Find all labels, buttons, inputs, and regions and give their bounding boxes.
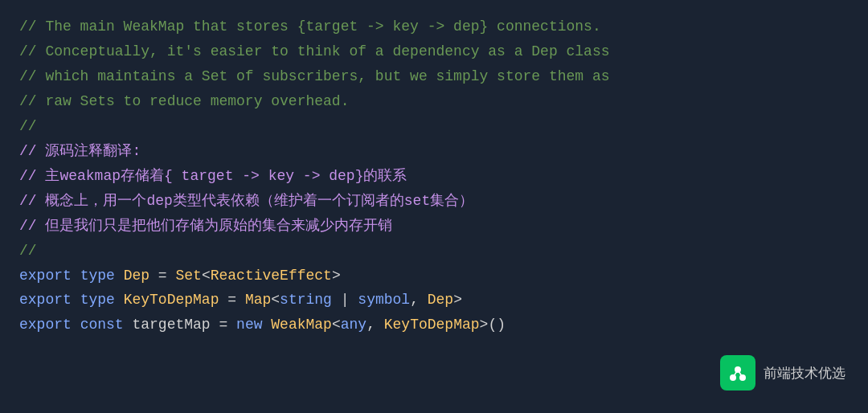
code-token: any bbox=[341, 313, 366, 337]
code-token: Set bbox=[175, 264, 201, 288]
code-line: // bbox=[19, 114, 849, 139]
comment-text: // Conceptually, it's easier to think of… bbox=[19, 39, 610, 64]
code-line: // Conceptually, it's easier to think of… bbox=[19, 39, 849, 64]
code-token: < bbox=[202, 264, 211, 288]
code-token: type bbox=[80, 288, 115, 313]
code-token: >() bbox=[480, 313, 506, 337]
code-line: export type Dep = Set<ReactiveEffect> bbox=[19, 264, 849, 288]
comment-chinese-text: // 概念上，用一个dep类型代表依赖（维护着一个订阅者的set集合） bbox=[19, 189, 473, 214]
comment-chinese-text: // 主weakmap存储着{ target -> key -> dep}的联系 bbox=[19, 164, 407, 189]
watermark-text: 前端技术优选 bbox=[764, 364, 845, 382]
code-line: // 源码注释翻译: bbox=[19, 139, 849, 164]
comment-chinese-text: // 但是我们只是把他们存储为原始的集合来减少内存开销 bbox=[19, 214, 392, 239]
code-token: = bbox=[219, 288, 244, 313]
comment-text: // raw Sets to reduce memory overhead. bbox=[19, 89, 349, 114]
code-line: // bbox=[19, 239, 849, 264]
code-token: WeakMap bbox=[271, 313, 332, 337]
code-token: string bbox=[280, 288, 332, 313]
code-container: // The main WeakMap that stores {target … bbox=[0, 0, 868, 413]
code-line: // raw Sets to reduce memory overhead. bbox=[19, 89, 849, 114]
code-token: export bbox=[19, 288, 72, 313]
code-line: // 主weakmap存储着{ target -> key -> dep}的联系 bbox=[19, 164, 849, 189]
code-token: export bbox=[19, 264, 72, 288]
comment-text: // The main WeakMap that stores {target … bbox=[19, 14, 601, 39]
code-token: Dep bbox=[124, 264, 149, 288]
code-token bbox=[115, 264, 124, 288]
code-token bbox=[72, 264, 80, 288]
code-token: symbol bbox=[358, 288, 410, 313]
code-lines: // The main WeakMap that stores {target … bbox=[19, 14, 849, 337]
code-token bbox=[72, 313, 80, 337]
code-token: > bbox=[332, 264, 341, 288]
code-token: Map bbox=[245, 288, 271, 313]
comment-text: // bbox=[19, 114, 37, 139]
code-token: KeyToDepMap bbox=[384, 313, 480, 337]
comment-text: // which maintains a Set of subscribers,… bbox=[19, 64, 610, 89]
comment-chinese-text: // 源码注释翻译: bbox=[19, 139, 141, 164]
code-token bbox=[262, 313, 271, 337]
code-token: new bbox=[236, 313, 262, 337]
code-token: Dep bbox=[428, 288, 453, 313]
watermark: 前端技术优选 bbox=[720, 355, 845, 391]
code-line: export type KeyToDepMap = Map<string | s… bbox=[19, 288, 849, 313]
code-token: KeyToDepMap bbox=[124, 288, 219, 313]
code-token: < bbox=[271, 288, 280, 313]
code-token: const bbox=[80, 313, 124, 337]
code-token: targetMap = bbox=[124, 313, 236, 337]
code-line: // 但是我们只是把他们存储为原始的集合来减少内存开销 bbox=[19, 214, 849, 239]
code-token: > bbox=[453, 288, 462, 313]
code-line: // which maintains a Set of subscribers,… bbox=[19, 64, 849, 89]
code-line: // 概念上，用一个dep类型代表依赖（维护着一个订阅者的set集合） bbox=[19, 189, 849, 214]
code-token bbox=[115, 288, 124, 313]
code-token: , bbox=[366, 313, 384, 337]
comment-text: // bbox=[19, 239, 37, 264]
code-token: = bbox=[149, 264, 175, 288]
code-token bbox=[72, 288, 80, 313]
code-token: < bbox=[332, 313, 341, 337]
code-line: export const targetMap = new WeakMap<any… bbox=[19, 313, 849, 337]
code-token: export bbox=[19, 313, 72, 337]
code-token: | bbox=[332, 288, 358, 313]
watermark-icon bbox=[720, 355, 755, 391]
code-token: type bbox=[80, 264, 115, 288]
code-token: , bbox=[410, 288, 428, 313]
code-line: // The main WeakMap that stores {target … bbox=[19, 14, 849, 39]
code-token: ReactiveEffect bbox=[211, 264, 332, 288]
